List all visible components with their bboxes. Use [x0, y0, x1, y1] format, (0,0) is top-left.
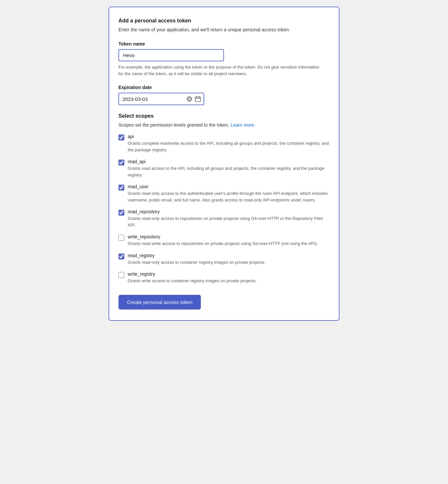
- scopes-section: Select scopes Scopes set the permission …: [118, 113, 330, 284]
- scope-item: read_apiGrants read access to the API, i…: [118, 159, 330, 178]
- scope-item: write_repositoryGrants read-write access…: [118, 234, 330, 247]
- scope-name-read_api: read_api: [128, 159, 330, 164]
- page-title: Add a personal access token: [118, 18, 330, 24]
- scope-checkbox-read_user[interactable]: [118, 185, 124, 191]
- scope-desc-read_registry: Grants read-only access to container reg…: [128, 259, 330, 266]
- scope-desc-api: Grants complete read/write access to the…: [128, 140, 330, 153]
- scope-checkbox-read_api[interactable]: [118, 160, 124, 166]
- scope-name-read_user: read_user: [128, 184, 330, 189]
- scope-checkbox-api[interactable]: [118, 135, 124, 140]
- scope-checkbox-write_repository[interactable]: [118, 235, 124, 241]
- svg-rect-3: [195, 97, 201, 102]
- token-name-input[interactable]: [118, 49, 224, 61]
- scopes-list: apiGrants complete read/write access to …: [118, 134, 330, 284]
- scope-item: read_userGrants read-only access to the …: [118, 184, 330, 203]
- token-name-label: Token name: [118, 41, 330, 46]
- page-subtitle: Enter the name of your application, and …: [118, 26, 330, 33]
- scope-item: apiGrants complete read/write access to …: [118, 134, 330, 153]
- expiration-date-label: Expiration date: [118, 85, 330, 90]
- token-name-hint: For example, the application using the t…: [118, 64, 323, 77]
- expiration-date-input[interactable]: [122, 96, 185, 102]
- calendar-button[interactable]: [194, 95, 202, 103]
- main-card: Add a personal access token Enter the na…: [109, 7, 339, 321]
- scope-name-read_registry: read_registry: [128, 253, 330, 258]
- scope-item: write_registryGrants write access to con…: [118, 271, 330, 284]
- scope-checkbox-read_repository[interactable]: [118, 210, 124, 216]
- scope-checkbox-read_registry[interactable]: [118, 254, 124, 259]
- scope-desc-read_repository: Grants read-only access to repositories …: [128, 215, 330, 228]
- scope-desc-write_repository: Grants read-write access to repositories…: [128, 240, 330, 247]
- scope-desc-read_user: Grants read-only access to the authentic…: [128, 190, 330, 203]
- clear-date-button[interactable]: [185, 95, 194, 103]
- scope-desc-write_registry: Grants write access to container registr…: [128, 278, 330, 284]
- scope-name-write_registry: write_registry: [128, 271, 330, 277]
- create-token-button[interactable]: Create personal access token: [118, 295, 201, 310]
- learn-more-link[interactable]: Learn more.: [231, 122, 255, 128]
- scope-item: read_registryGrants read-only access to …: [118, 253, 330, 266]
- scope-name-read_repository: read_repository: [128, 209, 330, 214]
- scope-item: read_repositoryGrants read-only access t…: [118, 209, 330, 228]
- scope-name-write_repository: write_repository: [128, 234, 330, 239]
- scope-checkbox-write_registry[interactable]: [118, 272, 124, 278]
- scope-name-api: api: [128, 134, 330, 139]
- scope-desc-read_api: Grants read access to the API, including…: [128, 165, 330, 178]
- scopes-label: Select scopes: [118, 113, 330, 119]
- scopes-description: Scopes set the permission levels granted…: [118, 122, 330, 129]
- expiration-date-wrapper: [118, 93, 204, 105]
